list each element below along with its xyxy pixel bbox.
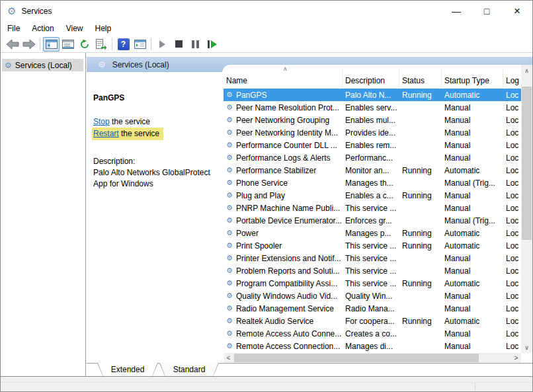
services-table: NameDescriptionStatusStartup TypeLog ∧ ⚙…	[222, 65, 532, 362]
service-description: For coopera...	[343, 315, 399, 327]
scroll-down-button[interactable]: ∨	[521, 342, 532, 353]
column-header-startup-type[interactable]: Startup Type	[442, 69, 503, 89]
service-row[interactable]: ⚙Radio Management ServiceRadio Mana...Ma…	[224, 302, 521, 315]
service-row[interactable]: ⚙Performance Logs & AlertsPerformanc...M…	[224, 151, 521, 164]
service-name-cell: ⚙Plug and Play	[224, 189, 343, 202]
service-startup-type: Manual	[442, 327, 503, 340]
service-description: Palo Alto N...	[343, 89, 399, 101]
column-header-description[interactable]: Description	[343, 69, 399, 89]
service-row[interactable]: ⚙Printer Extensions and Notif...This ser…	[224, 252, 521, 264]
service-row[interactable]: ⚙Performance Counter DLL ...Enables rem.…	[224, 139, 521, 151]
service-row[interactable]: ⚙Peer Networking Identity M...Provides i…	[224, 126, 521, 139]
service-row[interactable]: ⚙Quality Windows Audio Vid...Quality Win…	[224, 290, 521, 302]
service-row[interactable]: ⚙PowerManages p...RunningAutomaticLoc	[224, 227, 521, 239]
stop-service-link[interactable]: Stop	[93, 117, 110, 126]
show-console-tree-button[interactable]	[43, 37, 60, 52]
service-gear-icon: ⚙	[226, 204, 233, 212]
scroll-right-button[interactable]: >	[511, 353, 521, 363]
service-name: Plug and Play	[236, 191, 285, 200]
menu-file[interactable]: File	[1, 22, 26, 35]
service-row[interactable]: ⚙Phone ServiceManages th...Manual (Trig.…	[224, 176, 521, 189]
scroll-left-button[interactable]: <	[224, 353, 233, 363]
horizontal-scroll-thumb[interactable]	[234, 354, 479, 362]
tab-extended[interactable]: Extended	[97, 363, 158, 377]
service-status	[399, 340, 442, 352]
stop-service-button[interactable]	[171, 37, 187, 52]
back-button[interactable]	[4, 37, 20, 52]
column-header-status[interactable]: Status	[399, 69, 442, 89]
service-status	[399, 139, 442, 151]
service-log-on-as: Loc	[503, 227, 521, 239]
refresh-button[interactable]	[76, 37, 93, 52]
service-row[interactable]: ⚙Remote Access Auto Conne...Creates a co…	[224, 327, 521, 340]
table-header-row: NameDescriptionStatusStartup TypeLog	[224, 65, 521, 89]
sidebar-item-label: Services (Local)	[15, 61, 72, 70]
service-log-on-as: Loc	[503, 252, 521, 264]
service-name-cell: ⚙PanGPS	[224, 89, 343, 101]
properties-button[interactable]	[60, 37, 76, 52]
service-gear-icon: ⚙	[226, 103, 233, 112]
show-action-pane-button[interactable]	[132, 37, 148, 52]
restart-service-link[interactable]: Restart	[93, 129, 119, 138]
service-status	[399, 101, 442, 114]
service-row[interactable]: ⚙Peer Name Resolution Prot...Enables ser…	[224, 101, 521, 114]
service-name-cell: ⚙Radio Management Service	[224, 302, 343, 315]
service-gear-icon: ⚙	[226, 229, 233, 237]
help-button[interactable]: ?	[115, 37, 132, 52]
service-row[interactable]: ⚙Peer Networking GroupingEnables mul...M…	[224, 114, 521, 126]
service-name-cell: ⚙Problem Reports and Soluti...	[224, 264, 343, 277]
column-header-log[interactable]: Log	[503, 69, 521, 89]
horizontal-scrollbar[interactable]: < >	[224, 353, 521, 363]
pause-icon	[192, 40, 199, 48]
service-log-on-as: Loc	[503, 315, 521, 327]
maximize-button[interactable]: □	[472, 1, 502, 21]
sidebar-item-services-local[interactable]: ⚙ Services (Local)	[2, 59, 83, 71]
service-startup-type: Manual	[442, 114, 503, 126]
service-row[interactable]: ⚙Realtek Audio ServiceFor coopera...Runn…	[224, 315, 521, 327]
service-row[interactable]: ⚙PanGPSPalo Alto N...RunningAutomaticLoc	[224, 89, 521, 101]
service-status: Running	[399, 277, 442, 290]
service-name-cell: ⚙Realtek Audio Service	[224, 315, 343, 327]
service-gear-icon: ⚙	[226, 241, 233, 250]
close-button[interactable]: ×	[502, 1, 532, 21]
service-log-on-as: Loc	[503, 340, 521, 352]
export-list-button[interactable]	[93, 37, 109, 52]
pause-service-button[interactable]	[187, 37, 204, 52]
service-description: Enables rem...	[343, 139, 399, 151]
service-description: Enables serv...	[343, 101, 399, 114]
service-startup-type: Manual	[442, 252, 503, 264]
vertical-scroll-thumb[interactable]	[522, 87, 532, 240]
tab-standard[interactable]: Standard	[159, 363, 219, 377]
service-name-cell: ⚙Peer Networking Identity M...	[224, 126, 343, 139]
service-row[interactable]: ⚙Remote Access Connection...Manages di..…	[224, 340, 521, 352]
service-row[interactable]: ⚙Program Compatibility Assi...This servi…	[224, 277, 521, 290]
service-row[interactable]: ⚙PNRP Machine Name Publi...This service …	[224, 202, 521, 214]
service-row[interactable]: ⚙Portable Device Enumerator...Enforces g…	[224, 214, 521, 227]
menu-help[interactable]: Help	[89, 22, 118, 35]
service-startup-type: Manual	[442, 189, 503, 202]
service-gear-icon: ⚙	[226, 128, 233, 137]
service-name: Print Spooler	[236, 241, 282, 251]
forward-button[interactable]	[20, 37, 37, 52]
service-status	[399, 176, 442, 189]
service-row[interactable]: ⚙Print SpoolerThis service ...RunningAut…	[224, 239, 521, 252]
menu-view[interactable]: View	[60, 22, 89, 35]
vertical-scrollbar[interactable]: ∧ ∨	[521, 65, 532, 353]
minimize-button[interactable]: —	[441, 1, 472, 21]
service-name: Realtek Audio Service	[236, 317, 313, 326]
service-row[interactable]: ⚙Plug and PlayEnables a c...RunningManua…	[224, 189, 521, 202]
service-row[interactable]: ⚙Performance StabilizerMonitor an...Runn…	[224, 164, 521, 176]
description-line-2: App for Windows	[93, 179, 153, 188]
service-log-on-as: Loc	[503, 114, 521, 126]
service-log-on-as: Loc	[503, 101, 521, 114]
start-service-button[interactable]	[154, 37, 171, 52]
restart-service-button[interactable]	[204, 37, 220, 52]
service-description: Manages th...	[343, 176, 399, 189]
action-pane-icon	[134, 40, 146, 49]
sort-ascending-icon[interactable]: ∧	[283, 65, 288, 72]
service-row[interactable]: ⚙Problem Reports and Soluti...This servi…	[224, 264, 521, 277]
scroll-up-button[interactable]: ∧	[521, 65, 532, 76]
banner-title: Services (Local)	[112, 60, 169, 69]
menu-action[interactable]: Action	[26, 22, 60, 35]
description-label: Description:	[93, 157, 135, 166]
